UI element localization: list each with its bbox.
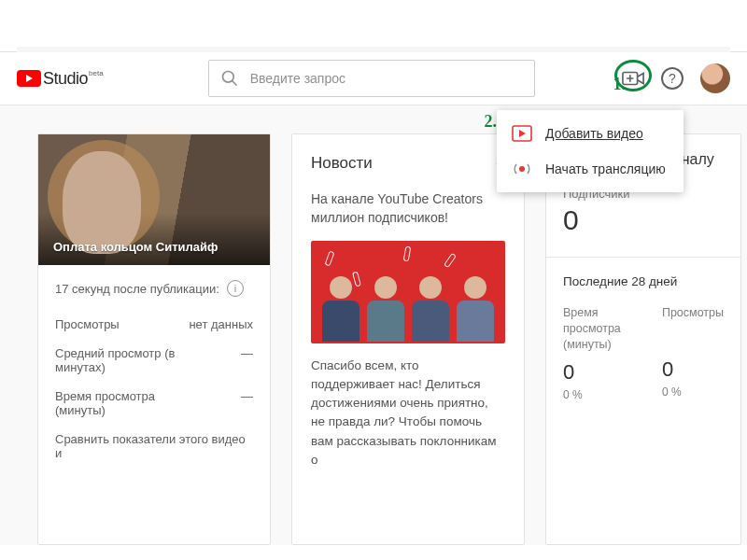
app-header: Studio beta Введите запрос ? (0, 52, 747, 105)
news-body: Спасибо всем, кто поддерживает нас! Дели… (311, 357, 505, 470)
stat-row: Просмотры нет данных (55, 310, 253, 339)
stat-row: Средний просмотр (в минутах) — (55, 339, 253, 382)
search-input[interactable]: Введите запрос (208, 60, 535, 97)
news-title: Новости (311, 154, 373, 173)
svg-point-4 (519, 166, 525, 172)
news-image (311, 241, 505, 343)
compare-link[interactable]: Сравнить показатели этого видео и (55, 425, 253, 460)
menu-live-label: Начать трансляцию (545, 161, 666, 176)
browser-chrome (0, 0, 747, 52)
create-button[interactable] (622, 67, 644, 90)
svg-line-1 (232, 81, 236, 86)
latest-video-card: Оплата кольцом Ситилайф 17 секунд после … (37, 133, 271, 545)
metric-views: Просмотры 0 0 % (662, 305, 724, 401)
menu-go-live[interactable]: Начать трансляцию (497, 151, 684, 187)
subs-value: 0 (563, 204, 724, 236)
news-headline: На канале YouTube Creators миллион подпи… (311, 189, 505, 228)
news-card: Новости ‹ На канале YouTube Creators мил… (291, 133, 525, 545)
menu-upload-label: Добавить видео (545, 126, 643, 141)
info-icon[interactable]: i (227, 280, 244, 297)
post-time: 17 секунд после публикации: (55, 282, 219, 296)
youtube-play-icon (17, 70, 41, 87)
svg-point-0 (222, 72, 233, 83)
channel-stats-card: Статистика по каналу Подписчики 0 Послед… (545, 133, 741, 545)
beta-badge: beta (89, 69, 104, 77)
video-title: Оплата кольцом Ситилайф (53, 240, 218, 254)
logo[interactable]: Studio beta (17, 69, 104, 89)
upload-video-icon (512, 123, 532, 144)
account-avatar[interactable] (700, 63, 730, 93)
brand-text: Studio (43, 69, 88, 89)
create-menu: Добавить видео Начать трансляцию (497, 110, 684, 192)
menu-upload-video[interactable]: Добавить видео (497, 116, 684, 151)
live-icon (512, 159, 532, 179)
help-button[interactable]: ? (661, 67, 684, 90)
stat-row: Время просмотра (минуты) — (55, 382, 253, 425)
last28-label: Последние 28 дней (563, 274, 724, 288)
video-thumbnail[interactable]: Оплата кольцом Ситилайф (38, 134, 270, 265)
search-icon (220, 69, 239, 88)
search-placeholder: Введите запрос (250, 71, 345, 86)
metric-watch-time: Время просмотра (минуты) 0 0 % (563, 305, 634, 401)
